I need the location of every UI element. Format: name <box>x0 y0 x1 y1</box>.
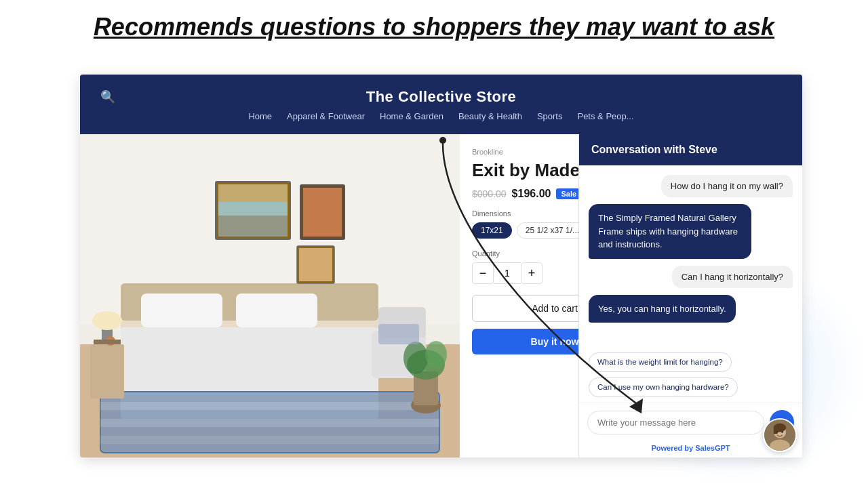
dimension-chip-2[interactable]: 25 1/2 x37 1/... <box>517 222 588 239</box>
bedroom-image <box>80 134 460 458</box>
svg-rect-7 <box>121 327 378 395</box>
screenshot-container: 🔍 The Collective Store Home Apparel & Fo… <box>80 75 802 458</box>
store-nav-top: 🔍 The Collective Store <box>80 88 802 106</box>
qty-decrease-button[interactable]: − <box>472 262 494 284</box>
suggestion-chip-1[interactable]: What is the weight limit for hanging? <box>589 352 732 372</box>
product-sale-badge: Sale <box>556 188 581 199</box>
chat-messages: How do I hang it on my wall? The Simply … <box>579 165 802 350</box>
store-nav-links: Home Apparel & Footwear Home & Garden Be… <box>248 111 633 121</box>
svg-rect-19 <box>218 216 288 237</box>
nav-link-beauty[interactable]: Beauty & Health <box>458 111 522 121</box>
qty-increase-button[interactable]: + <box>521 262 542 284</box>
chat-panel: Conversation with Steve How do I hang it… <box>578 134 802 458</box>
dimension-chip-1[interactable]: 17x21 <box>472 222 512 239</box>
store-title: The Collective Store <box>366 88 517 106</box>
nav-link-sports[interactable]: Sports <box>537 111 563 121</box>
chat-header: Conversation with Steve <box>579 134 802 165</box>
nav-link-apparel[interactable]: Apparel & Footwear <box>287 111 365 121</box>
svg-rect-5 <box>141 293 222 327</box>
nav-link-pets[interactable]: Pets & Peop... <box>577 111 633 121</box>
svg-point-30 <box>425 341 447 368</box>
svg-rect-11 <box>100 419 439 427</box>
chat-brand: SalesGPT <box>695 444 730 452</box>
store-nav: 🔍 The Collective Store Home Apparel & Fo… <box>80 75 802 134</box>
product-image-section <box>80 134 460 458</box>
chat-avatar-image <box>764 420 795 451</box>
svg-rect-32 <box>378 324 419 344</box>
chat-message-2: The Simply Framed Natural Gallery Frame … <box>589 204 751 259</box>
svg-rect-10 <box>100 402 439 410</box>
svg-rect-6 <box>236 293 317 327</box>
nav-link-home[interactable]: Home <box>248 111 272 121</box>
svg-point-40 <box>776 431 778 433</box>
svg-point-15 <box>92 311 122 330</box>
chat-suggestions: What is the weight limit for hanging? Ca… <box>579 350 802 403</box>
chat-message-3: Can I hang it horizontally? <box>672 266 793 288</box>
store-content: Brookline Exit by Madelo $000.00 $196.00… <box>80 134 802 458</box>
svg-point-36 <box>770 439 789 451</box>
page-title: Recommends questions to shoppers they ma… <box>0 12 868 41</box>
svg-rect-39 <box>774 428 778 434</box>
svg-rect-12 <box>100 436 439 444</box>
suggestion-chip-2[interactable]: Can I use my own hanging hardware? <box>589 378 738 397</box>
svg-rect-33 <box>94 340 121 344</box>
svg-point-29 <box>403 342 428 374</box>
nav-link-home-garden[interactable]: Home & Garden <box>380 111 443 121</box>
svg-point-41 <box>781 431 783 433</box>
svg-rect-21 <box>303 188 342 237</box>
product-price-old: $000.00 <box>472 188 507 199</box>
chat-message-1: How do I hang it on my wall? <box>661 175 793 197</box>
qty-value: 1 <box>494 262 521 284</box>
product-price-new: $196.00 <box>512 188 551 200</box>
chat-avatar[interactable] <box>763 418 797 452</box>
svg-rect-23 <box>299 248 332 281</box>
search-icon[interactable]: 🔍 <box>100 89 115 104</box>
chat-message-4: Yes, you can hang it horizontally. <box>589 295 736 323</box>
svg-rect-13 <box>90 344 124 399</box>
chat-input[interactable] <box>587 411 764 434</box>
